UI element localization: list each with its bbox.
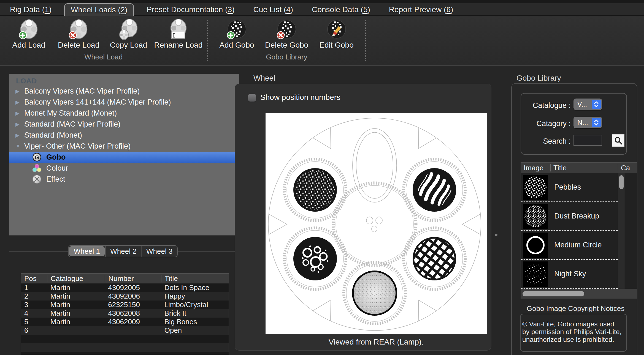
toolbar-separator bbox=[207, 20, 208, 61]
cell-title: Open bbox=[161, 326, 229, 335]
tree-item-balcony-vipers-141-144[interactable]: ▶ Balcony Vipers 141+144 (MAC Viper Prof… bbox=[9, 97, 239, 108]
column-header-image[interactable]: Image bbox=[521, 164, 550, 171]
svg-text:G: G bbox=[35, 154, 39, 160]
wheel-2-tab[interactable]: Wheel 2 bbox=[105, 246, 141, 257]
show-position-numbers-checkbox[interactable] bbox=[248, 94, 256, 102]
tab-mnemonic: 3 bbox=[228, 5, 232, 14]
catalogue-label: Catalogue : bbox=[521, 101, 571, 110]
cell-number: 62325150 bbox=[105, 301, 161, 309]
cell-title: Limbo/Crystal bbox=[161, 301, 229, 309]
gobo-title: Medium Circle bbox=[554, 241, 602, 249]
cell-pos: 6 bbox=[21, 326, 47, 335]
tree-item-colour[interactable]: Colour bbox=[9, 163, 239, 174]
table-row[interactable]: 5 Martin 43062009 Big Bones bbox=[21, 318, 229, 326]
table-header: Pos Catalogue Number Title bbox=[21, 274, 229, 283]
gobo-row-pebbles[interactable]: Pebbles bbox=[521, 173, 618, 202]
tab-report-preview[interactable]: Report Preview (6) bbox=[383, 3, 459, 16]
category-dropdown[interactable]: N... bbox=[573, 117, 602, 128]
gobo-edit-icon bbox=[326, 18, 347, 41]
table-row-empty[interactable] bbox=[21, 335, 229, 343]
tab-mnemonic: 2 bbox=[121, 6, 125, 14]
add-load-button[interactable]: Add Load bbox=[4, 18, 54, 50]
gobo-limbo-crystal bbox=[293, 237, 337, 280]
tab-console-data[interactable]: Console Data (5) bbox=[306, 3, 376, 16]
tab-label: ) bbox=[291, 5, 293, 14]
edit-gobo-button[interactable]: Edit Gobo bbox=[312, 18, 361, 50]
search-icon bbox=[614, 136, 623, 145]
gobo-library-title: Gobo Library bbox=[516, 74, 561, 83]
collapsed-triangle-icon[interactable]: ▶ bbox=[15, 99, 24, 105]
wheel-3-label: Wheel 3 bbox=[146, 247, 172, 256]
vertical-scrollbar-thumb[interactable] bbox=[619, 175, 624, 189]
cell-title: Happy bbox=[161, 292, 229, 301]
copyright-notices-title: Gobo Image Copyright Notices bbox=[527, 304, 625, 313]
cell-catalogue: Martin bbox=[47, 309, 105, 318]
cell-title: Brick It bbox=[161, 309, 229, 318]
column-header-title[interactable]: Title bbox=[161, 275, 229, 282]
column-header-pos[interactable]: Pos bbox=[21, 275, 47, 282]
load-tree-header: LOAD bbox=[9, 74, 239, 86]
wheel-3-tab[interactable]: Wheel 3 bbox=[141, 246, 177, 257]
copy-load-label: Copy Load bbox=[110, 41, 147, 50]
catalogue-dropdown[interactable]: V... bbox=[573, 99, 602, 110]
tree-item-label: Balcony Vipers 141+144 (MAC Viper Profil… bbox=[24, 98, 171, 106]
tree-item-label: Colour bbox=[46, 164, 68, 173]
gobo-title: Pebbles bbox=[554, 183, 581, 192]
table-row-empty[interactable] bbox=[21, 352, 229, 355]
delete-load-button[interactable]: Delete Load bbox=[54, 18, 104, 50]
table-row[interactable]: 4 Martin 43062008 Brick It bbox=[21, 309, 229, 318]
tab-mnemonic: 4 bbox=[286, 5, 291, 14]
toolbar-group-gobo-library: Add Gobo Delete Gobo bbox=[212, 18, 361, 61]
gobo-row-dust-breakup[interactable]: Dust Breakup bbox=[521, 202, 618, 231]
horizontal-scrollbar[interactable] bbox=[521, 289, 637, 299]
tab-label: ) bbox=[232, 5, 234, 14]
tab-rig-data[interactable]: Rig Data (1) bbox=[4, 3, 58, 16]
table-row[interactable]: 2 Martin 43092006 Happy bbox=[21, 292, 229, 301]
collapsed-triangle-icon[interactable]: ▶ bbox=[15, 110, 24, 116]
column-header-catalogue[interactable]: Ca bbox=[618, 164, 637, 171]
copy-load-button[interactable]: Copy Load bbox=[104, 18, 153, 50]
gobo-dots-in-space bbox=[293, 168, 337, 212]
column-header-title[interactable]: Title bbox=[550, 164, 618, 171]
wheel-diagram bbox=[266, 113, 487, 334]
wheel-1-tab[interactable]: Wheel 1 bbox=[69, 246, 105, 256]
search-input[interactable] bbox=[573, 135, 602, 146]
column-header-catalogue[interactable]: Catalogue bbox=[47, 275, 105, 282]
gobo-row-medium-circle[interactable]: Medium Circle bbox=[521, 231, 618, 260]
collapsed-triangle-icon[interactable]: ▶ bbox=[15, 88, 24, 94]
rename-load-button[interactable]: Rename Load bbox=[153, 18, 203, 50]
gobo-title: Night Sky bbox=[554, 270, 586, 278]
load-tree-panel: LOAD ▶ Balcony Vipers (MAC Viper Profile… bbox=[9, 74, 239, 236]
gobo-row-night-sky[interactable]: Night Sky bbox=[521, 260, 618, 289]
wheel-load-table: Pos Catalogue Number Title 1 Martin 4309… bbox=[21, 273, 229, 355]
tree-item-label: Effect bbox=[46, 175, 65, 184]
tab-preset-documentation[interactable]: Preset Documentation (3) bbox=[140, 3, 240, 16]
tab-cue-list[interactable]: Cue List (4) bbox=[247, 3, 299, 16]
tree-item-monet-my-standard[interactable]: ▶ Monet My Standard (Monet) bbox=[9, 108, 239, 119]
tree-item-viper-other[interactable]: ▼ Viper- Other (MAC Viper Profile) bbox=[9, 141, 239, 152]
tree-item-balcony-vipers[interactable]: ▶ Balcony Vipers (MAC Viper Profile) bbox=[9, 86, 239, 97]
table-row[interactable]: 1 Martin 43092005 Dots In Space bbox=[21, 283, 229, 292]
collapsed-triangle-icon[interactable]: ▶ bbox=[15, 121, 24, 127]
tree-item-standard-monet[interactable]: ▶ Standard (Monet) bbox=[9, 130, 239, 141]
add-gobo-button[interactable]: Add Gobo bbox=[212, 18, 262, 50]
tab-wheel-loads[interactable]: Wheel Loads (2) bbox=[64, 3, 134, 16]
delete-gobo-button[interactable]: Delete Gobo bbox=[262, 18, 312, 50]
table-row[interactable]: 3 Martin 62325150 Limbo/Crystal bbox=[21, 301, 229, 309]
horizontal-scrollbar-thumb[interactable] bbox=[523, 291, 584, 296]
tab-mnemonic: 5 bbox=[363, 5, 368, 14]
table-row-empty[interactable] bbox=[21, 343, 229, 352]
stepper-arrows-icon bbox=[592, 100, 601, 109]
splitter-handle[interactable] bbox=[495, 234, 497, 236]
wheel-1-label: Wheel 1 bbox=[74, 247, 100, 256]
vertical-scrollbar[interactable] bbox=[618, 173, 625, 289]
table-row[interactable]: 6 Open bbox=[21, 326, 229, 335]
add-gobo-label: Add Gobo bbox=[219, 41, 254, 50]
column-header-number[interactable]: Number bbox=[105, 275, 161, 282]
search-button[interactable] bbox=[612, 134, 624, 147]
expanded-triangle-icon[interactable]: ▼ bbox=[15, 143, 24, 149]
tree-item-standard-mac-viper[interactable]: ▶ Standard (MAC Viper Profile) bbox=[9, 119, 239, 130]
collapsed-triangle-icon[interactable]: ▶ bbox=[15, 132, 24, 138]
tree-item-gobo[interactable]: G Gobo bbox=[9, 152, 239, 163]
tree-item-effect[interactable]: Effect bbox=[9, 174, 239, 185]
